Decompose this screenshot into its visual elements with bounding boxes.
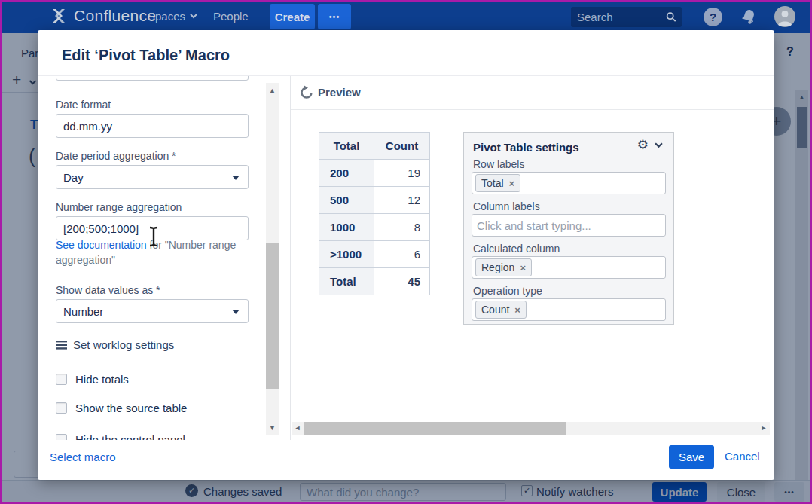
hide-totals-checkbox[interactable] (56, 374, 67, 385)
worklog-lines-icon (56, 341, 67, 350)
table-header-row: Total Count (319, 133, 430, 160)
scroll-right-icon[interactable]: ► (759, 423, 768, 433)
number-range-label: Number range aggregation (56, 201, 182, 213)
preview-hscrollbar[interactable]: ◄ ► (292, 422, 770, 435)
calculated-column-label: Calculated column (473, 243, 560, 255)
settings-title: Pivot Table settings (473, 141, 579, 154)
user-avatar[interactable] (774, 6, 795, 27)
remove-chip-icon[interactable]: × (520, 262, 526, 273)
search-box[interactable] (571, 7, 682, 27)
gear-icon[interactable]: ⚙ (637, 139, 649, 151)
clipped-checkbox-row[interactable]: Hide the control panel (56, 433, 185, 440)
remove-chip-icon[interactable]: × (509, 178, 515, 189)
navbar-more-button[interactable]: ••• (318, 4, 351, 29)
scroll-left-icon[interactable]: ◄ (293, 423, 302, 433)
nav-people[interactable]: People (213, 10, 249, 23)
column-labels-label: Column labels (473, 200, 540, 212)
person-icon (774, 6, 795, 27)
chevron-down-icon (190, 14, 197, 19)
top-navbar: Confluence Spaces People Create ••• ? (0, 0, 812, 33)
chip-count: Count × (475, 301, 527, 319)
preview-title: Preview (318, 86, 361, 99)
date-period-label: Date period aggregation * (56, 150, 176, 162)
form-scrollbar[interactable]: ▲ ▼ (266, 83, 279, 435)
dropdown-arrow-icon (232, 310, 240, 314)
preview-table: Total Count 200 19 500 12 1000 8 >1000 6… (319, 132, 430, 295)
worklog-settings-link[interactable]: Set worklog settings (56, 338, 174, 351)
clipped-checkbox[interactable] (56, 434, 67, 440)
show-values-label: Show data values as * (56, 284, 160, 296)
table-total-row: Total 45 (319, 268, 430, 295)
chip-total: Total × (475, 174, 520, 192)
date-format-label: Date format (56, 99, 111, 111)
pivot-settings-panel: Pivot Table settings ⚙ Row labels Total … (463, 132, 674, 325)
product-name: Confluence (74, 7, 156, 25)
table-row: 500 12 (319, 187, 430, 214)
panel-divider (290, 76, 291, 440)
show-source-table-checkbox[interactable] (56, 402, 67, 414)
create-button[interactable]: Create (270, 4, 315, 29)
dialog-title: Edit ‘Pivot Table’ Macro (62, 47, 230, 64)
dropdown-arrow-icon (232, 176, 240, 180)
screen: Confluence Spaces People Create ••• ? (0, 0, 812, 504)
operation-type-label: Operation type (473, 285, 542, 297)
chevron-down-icon[interactable] (655, 142, 663, 148)
preview-header: Preview (291, 76, 774, 110)
scrollbar-thumb[interactable] (266, 243, 279, 389)
clipped-top-input[interactable] (56, 76, 249, 81)
see-documentation-link[interactable]: See documentation (56, 239, 147, 251)
notifications-bell-icon[interactable] (740, 8, 757, 26)
scroll-up-icon[interactable]: ▲ (266, 85, 279, 96)
confluence-brand[interactable]: Confluence (50, 7, 156, 25)
help-icon[interactable]: ? (704, 8, 722, 26)
hide-totals-row[interactable]: Hide totals (56, 373, 129, 386)
search-input[interactable] (571, 11, 666, 23)
save-button[interactable]: Save (669, 445, 714, 469)
settings-actions: ⚙ (637, 139, 663, 151)
row-labels-label: Row labels (473, 158, 524, 170)
chip-region: Region × (475, 258, 532, 276)
macro-parameters-panel: Date format Date period aggregation * Da… (38, 76, 290, 440)
operation-type-field[interactable]: Count × (472, 298, 666, 321)
select-macro-link[interactable]: Select macro (50, 451, 116, 463)
nav-spaces[interactable]: Spaces (148, 10, 197, 23)
show-values-select[interactable]: Number (56, 299, 249, 323)
table-row: 200 19 (319, 160, 430, 187)
text-cursor-pointer (148, 226, 160, 247)
row-labels-field[interactable]: Total × (472, 172, 666, 194)
edit-macro-dialog: Edit ‘Pivot Table’ Macro Date format Dat… (38, 30, 774, 480)
confluence-logo-icon (50, 7, 68, 25)
table-row: 1000 8 (319, 214, 430, 241)
column-labels-input[interactable] (475, 218, 652, 233)
date-format-input[interactable] (56, 114, 249, 138)
scroll-down-icon[interactable]: ▼ (266, 423, 279, 433)
show-source-table-row[interactable]: Show the source table (56, 402, 187, 414)
scrollbar-thumb[interactable] (304, 422, 566, 435)
search-icon (666, 11, 676, 23)
remove-chip-icon[interactable]: × (514, 304, 520, 316)
refresh-icon[interactable] (298, 84, 315, 101)
cancel-link[interactable]: Cancel (725, 450, 760, 463)
date-period-select[interactable]: Day (56, 165, 249, 189)
table-row: >1000 6 (319, 241, 430, 268)
calculated-column-field[interactable]: Region × (472, 256, 666, 279)
column-labels-field[interactable] (472, 214, 666, 237)
